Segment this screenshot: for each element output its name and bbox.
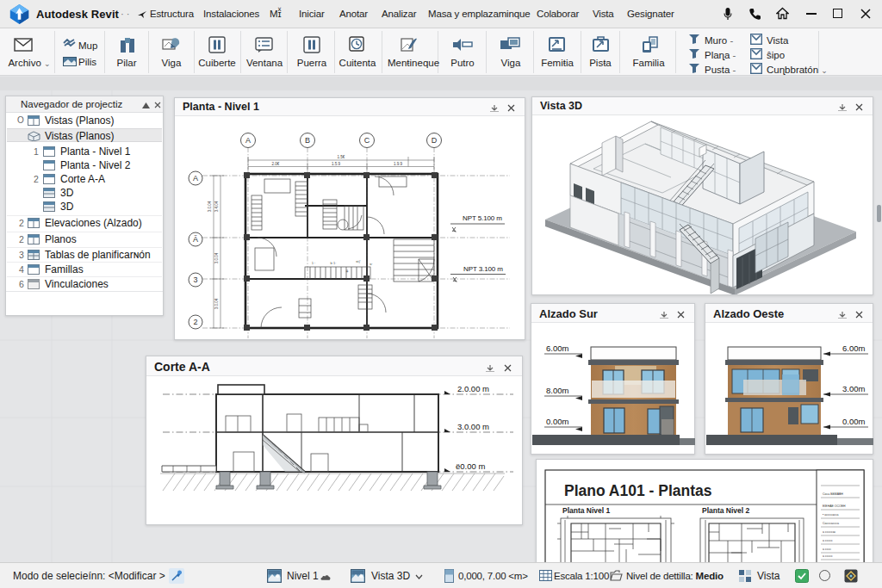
svg-text:1.9.9: 1.9.9	[394, 162, 403, 166]
svg-text:2: 2	[193, 318, 197, 326]
svg-text:Cоса ББМАВН: Cоса ББМАВН	[823, 492, 843, 496]
svg-text:1·∙: 1·∙	[312, 261, 316, 265]
svg-text:NPT 3.100 m: NPT 3.100 m	[463, 265, 503, 273]
svg-text:6.00m: 6.00m	[546, 344, 568, 353]
svg-text:Сасссассса: Сасссассса	[823, 522, 839, 525]
svg-text:2.0€: 2.0€	[272, 162, 280, 166]
svg-text:b·1∙: b·1∙	[331, 261, 337, 265]
svg-text:D: D	[432, 136, 438, 145]
svg-text:A: A	[245, 136, 251, 145]
svg-text:а сссссас: а сссссас	[823, 530, 836, 534]
svg-text:а ссссс: а ссссс	[823, 554, 833, 558]
svg-text:B: B	[305, 136, 310, 145]
svg-text:3.0.04: 3.0.04	[214, 252, 219, 263]
svg-text:6.00m: 6.00m	[842, 344, 865, 353]
svg-text:Plano A101 - Plantas: Plano A101 - Plantas	[564, 482, 712, 499]
svg-text:⚘: ⚘	[345, 269, 349, 274]
svg-text:ё0.00 m: ё0.00 m	[456, 461, 485, 471]
svg-text:Planta Nivel 2: Planta Nivel 2	[702, 506, 750, 515]
svg-text:3.0.04: 3.0.04	[214, 298, 219, 309]
svg-text:3.0.04: 3.0.04	[208, 201, 212, 212]
svg-text:3.4.04: 3.4.04	[214, 201, 219, 212]
svg-text:0.00m: 0.00m	[842, 417, 865, 426]
svg-text:3.0.00 m: 3.0.00 m	[457, 422, 489, 431]
svg-text:а сссс: а сссс	[823, 548, 831, 551]
svg-text:NPT 5.100 m: NPT 5.100 m	[463, 214, 502, 222]
svg-text:2.0.00 m: 2.0.00 m	[457, 384, 489, 393]
svg-text:Planta Nivel 1: Planta Nivel 1	[562, 506, 611, 515]
svg-text:C: C	[364, 136, 370, 145]
svg-text:ЕІЕНАЕ ОСОЕН: ЕІЕНАЕ ОСОЕН	[823, 504, 846, 508]
svg-text:ɴ∙: ɴ∙	[370, 262, 372, 266]
svg-text:а ссссс: а ссссс	[823, 539, 833, 542]
svg-text:8.00m: 8.00m	[546, 386, 568, 395]
svg-text:• ассссасса: • ассссасса	[823, 513, 839, 517]
svg-text:0.00m: 0.00m	[546, 417, 568, 426]
svg-text:3: 3	[193, 275, 197, 284]
svg-text:1.5.9: 1.5.9	[332, 162, 341, 166]
svg-text:3.00m: 3.00m	[842, 384, 865, 393]
svg-text:Ã: Ã	[193, 235, 198, 244]
svg-text:A: A	[193, 174, 198, 183]
svg-text:ɴŧƒ: ɴŧƒ	[356, 259, 361, 263]
svg-text:1.5€: 1.5€	[338, 155, 345, 159]
